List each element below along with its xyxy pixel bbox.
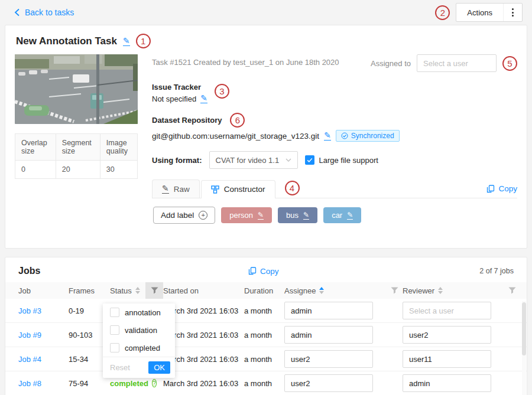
- column-header-duration: Duration: [244, 282, 284, 299]
- label-chip-bus[interactable]: bus ✎: [278, 207, 317, 223]
- reviewer-input[interactable]: [403, 374, 491, 392]
- assignee-input[interactable]: [284, 326, 373, 344]
- filter-reset-button[interactable]: Reset: [108, 363, 132, 372]
- assignee-input[interactable]: [284, 374, 373, 392]
- edit-label-icon[interactable]: ✎: [258, 211, 264, 220]
- task-preview-image: [15, 54, 138, 124]
- pencil-icon: ✎: [162, 184, 169, 194]
- task-left-column: Overlap size Segment size Image quality …: [15, 54, 138, 224]
- job-started: March 3rd 2021 16:03: [163, 331, 244, 339]
- job-started: March 3rd 2021 16:03: [163, 306, 244, 315]
- column-header-assignee[interactable]: Assignee: [284, 282, 386, 299]
- edit-title-icon[interactable]: ✎: [123, 37, 130, 46]
- filter-option-validation[interactable]: validation: [103, 321, 175, 339]
- jobs-count: 2 of 7 jobs: [479, 267, 514, 275]
- checkbox-unchecked-icon[interactable]: [110, 308, 119, 317]
- annotation-circle-5: 5: [502, 56, 517, 71]
- back-to-tasks-label: Back to tasks: [25, 8, 74, 17]
- tab-raw[interactable]: ✎ Raw: [152, 179, 200, 198]
- add-label-button[interactable]: Add label +: [153, 207, 215, 224]
- tab-raw-label: Raw: [174, 185, 190, 194]
- column-header-reviewer[interactable]: Reviewer: [403, 282, 503, 299]
- job-duration: a month: [244, 379, 284, 388]
- actions-label: Actions: [456, 8, 503, 17]
- format-select-value: CVAT for video 1.1: [216, 156, 280, 165]
- more-options-icon[interactable]: [504, 8, 522, 17]
- reviewer-filter-button[interactable]: [503, 282, 521, 299]
- checkbox-checked-icon[interactable]: [305, 155, 314, 165]
- job-duration: a month: [244, 331, 284, 339]
- job-link[interactable]: Job #3: [18, 306, 69, 315]
- tab-bar: ✎ Raw Constructor 4: [152, 179, 517, 198]
- annotation-circle-4: 4: [285, 181, 300, 195]
- param-value-quality: 30: [100, 161, 137, 179]
- blocks-icon: [211, 185, 219, 194]
- annotation-circle-2: 2: [435, 5, 450, 20]
- edit-issue-tracker-icon[interactable]: ✎: [200, 94, 207, 103]
- param-header-segment: Segment size: [56, 134, 100, 161]
- sort-icon[interactable]: [135, 287, 140, 294]
- job-row: Job #4 15-34 March 3rd 2021 16:03 a mont…: [5, 347, 527, 371]
- sort-icon[interactable]: [438, 287, 443, 294]
- assigned-to-group: Assigned to 5: [371, 54, 517, 72]
- assignee-input[interactable]: [284, 302, 373, 319]
- job-started: March 3rd 2021 16:03: [163, 355, 244, 364]
- tab-constructor-label: Constructor: [224, 185, 265, 194]
- assigned-to-label: Assigned to: [371, 59, 411, 68]
- sync-status-badge[interactable]: Synchronized: [336, 130, 400, 142]
- label-chip-car[interactable]: car ✎: [323, 207, 361, 223]
- copy-jobs-button[interactable]: Copy: [248, 267, 279, 276]
- job-link[interactable]: Job #9: [18, 331, 69, 339]
- column-header-status[interactable]: Status: [110, 282, 145, 299]
- copy-icon: [486, 185, 495, 193]
- filter-funnel-icon: [151, 287, 158, 294]
- edit-label-icon[interactable]: ✎: [303, 211, 309, 220]
- checkbox-unchecked-icon[interactable]: [110, 343, 119, 352]
- task-meta-text: Task #1521 Created by test_user_1 on Jun…: [152, 54, 339, 67]
- top-bar: Back to tasks 2 Actions: [0, 0, 532, 25]
- issue-tracker-value: Not specified: [152, 94, 196, 103]
- filter-option-completed[interactable]: completed: [103, 339, 175, 357]
- filter-option-annotation[interactable]: annotation: [103, 303, 175, 321]
- job-link[interactable]: Job #4: [18, 355, 69, 364]
- question-circle-icon[interactable]: ?: [152, 379, 157, 387]
- scrollbar-thumb[interactable]: [522, 302, 526, 355]
- job-started: March 3rd 2021 16:03: [163, 379, 244, 388]
- large-file-support-checkbox[interactable]: Large file support: [305, 155, 378, 165]
- topbar-right: 2 Actions: [435, 3, 523, 22]
- job-row: Job #9 90-103 March 3rd 2021 16:03 a mon…: [5, 323, 527, 347]
- label-chip-person[interactable]: person ✎: [221, 207, 272, 223]
- assigned-to-input[interactable]: [417, 54, 497, 72]
- sort-icon-active[interactable]: [319, 287, 324, 294]
- format-select[interactable]: CVAT for video 1.1: [209, 151, 298, 169]
- reviewer-input[interactable]: [403, 302, 491, 319]
- job-row: Job #3 0-19 March 3rd 2021 16:03 a month: [5, 299, 527, 323]
- job-link[interactable]: Job #8: [18, 379, 69, 388]
- issue-tracker-block: Issue Tracker Not specified ✎ 3: [152, 83, 517, 103]
- copy-labels-button[interactable]: Copy: [486, 184, 517, 198]
- assignee-filter-button[interactable]: [386, 282, 403, 299]
- label-chip-person-name: person: [229, 211, 253, 220]
- reviewer-input[interactable]: [403, 326, 491, 344]
- actions-button[interactable]: Actions: [456, 3, 523, 22]
- large-file-support-label: Large file support: [319, 156, 378, 165]
- issue-tracker-label: Issue Tracker: [152, 83, 207, 92]
- assignee-input[interactable]: [284, 350, 373, 368]
- status-filter-button[interactable]: [145, 282, 163, 299]
- scrollbar-track[interactable]: [522, 301, 526, 395]
- reviewer-input[interactable]: [403, 350, 491, 368]
- filter-ok-button[interactable]: OK: [148, 361, 170, 374]
- task-detail-card: New Annotation Task ✎ 1: [5, 25, 527, 249]
- tab-constructor[interactable]: Constructor: [201, 180, 275, 198]
- task-main-column: Task #1521 Created by test_user_1 on Jun…: [152, 54, 517, 224]
- copy-jobs-label: Copy: [260, 267, 279, 276]
- edit-label-icon[interactable]: ✎: [347, 211, 353, 220]
- chevron-down-icon: [286, 158, 291, 162]
- back-to-tasks-link[interactable]: Back to tasks: [14, 8, 74, 17]
- label-chip-bus-name: bus: [286, 211, 299, 220]
- chevron-left-icon: [14, 8, 20, 17]
- edit-repository-icon[interactable]: ✎: [324, 131, 331, 141]
- checkbox-unchecked-icon[interactable]: [110, 325, 119, 335]
- copy-icon: [248, 267, 257, 275]
- dataset-repository-label: Dataset Repository: [152, 116, 222, 125]
